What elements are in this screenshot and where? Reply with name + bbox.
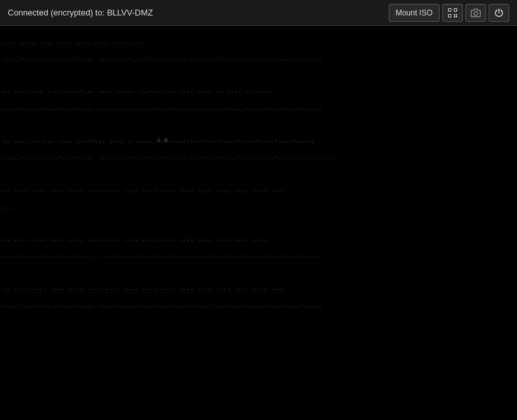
term-line: .....-....-....-....-.... .....-....-...…	[3, 253, 514, 261]
term-blank	[3, 319, 514, 325]
power-button[interactable]	[489, 4, 509, 22]
term-line: .. .... .... .... .... .... .... .... ..…	[3, 236, 514, 244]
term-blank	[3, 220, 514, 227]
term-blank	[3, 122, 514, 128]
svg-rect-5	[454, 16, 455, 17]
term-line: .....-....-....-....-.... ........-....-…	[3, 55, 514, 64]
screenshot-button[interactable]	[465, 4, 486, 22]
svg-rect-3	[454, 14, 455, 15]
toolbar: Mount ISO	[389, 4, 509, 22]
term-line: .....-....-....-....-.... ........-....-…	[3, 154, 514, 162]
terminal-output: .... .... .... .... .... .... .... .... …	[0, 26, 517, 420]
connection-status: Connected (encrypted) to: BLLVV-DMZ	[8, 8, 153, 17]
svg-point-10	[474, 12, 478, 15]
camera-icon	[471, 8, 481, 17]
svg-rect-8	[454, 9, 456, 11]
svg-rect-6	[456, 16, 457, 17]
term-line: ...	[3, 204, 514, 212]
term-blank	[3, 334, 514, 341]
power-icon	[494, 8, 504, 18]
qr-icon	[447, 8, 458, 18]
qr-button[interactable]	[442, 4, 463, 22]
term-line: .....-....-....-....-.... .....-....-...…	[3, 105, 514, 113]
svg-rect-7	[449, 9, 451, 11]
term-line: .. .... .... .... .... .... .... .... ..…	[3, 186, 514, 195]
term-line: .. .... ... .... ....-... .... ..... ...…	[3, 88, 514, 96]
term-blank	[3, 269, 514, 276]
term-line: .. .... .... .... .... .... .... .... ..…	[3, 285, 514, 293]
term-line: .. .... .. ... .... ....-... .... . ....…	[3, 137, 514, 146]
mount-iso-button[interactable]: Mount ISO	[389, 4, 440, 22]
term-blank	[3, 72, 514, 79]
svg-rect-4	[456, 14, 457, 15]
svg-rect-9	[449, 15, 451, 17]
header-bar: Connected (encrypted) to: BLLVV-DMZ Moun…	[0, 0, 517, 26]
term-line: .....-....-....-....-.... .....-....-...…	[3, 302, 514, 310]
term-line: .... .... .... .... .... .... .... ....	[3, 39, 514, 47]
term-blank	[3, 171, 514, 177]
